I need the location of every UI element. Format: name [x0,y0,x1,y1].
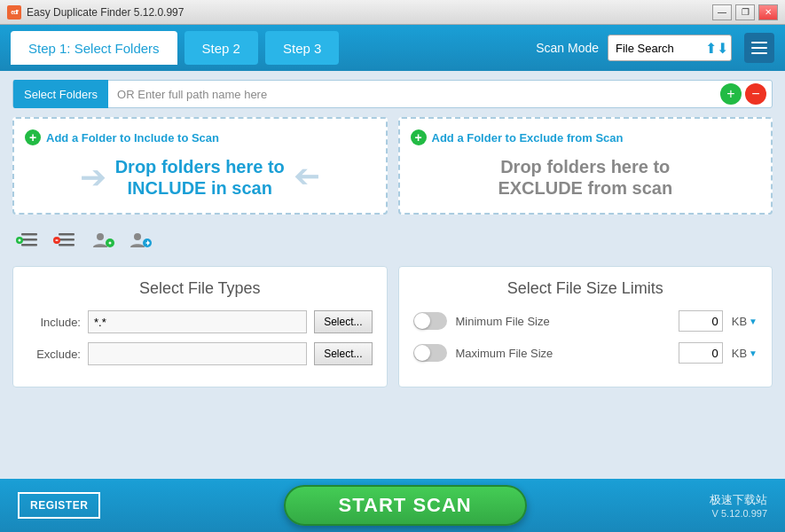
add-list-icon [16,231,41,250]
file-types-panel: Select File Types Include: Select... Exc… [12,266,388,387]
max-size-input[interactable] [679,342,723,364]
max-size-toggle[interactable] [413,344,447,362]
include-select-button[interactable]: Select... [314,310,372,333]
add-user-button[interactable] [87,227,119,254]
include-field-row: Include: Select... [27,310,373,333]
svg-rect-14 [109,241,111,244]
file-size-title: Select File Size Limits [413,279,758,298]
min-size-toggle-knob [414,313,430,329]
svg-rect-7 [59,239,75,241]
select-folders-button[interactable]: Select Folders [13,80,108,108]
svg-rect-5 [19,239,20,241]
remove-list-icon [53,231,78,250]
restore-button[interactable]: ❐ [735,4,755,20]
svg-rect-6 [59,233,75,236]
max-size-unit: KB ▼ [732,347,758,360]
import-user-button[interactable] [124,227,156,254]
path-remove-button[interactable]: − [745,83,766,105]
path-input-placeholder: OR Enter full path name here [108,88,720,101]
step1-tab[interactable]: Step 1: Select Folders [11,31,177,65]
menu-line-1 [751,42,767,43]
exclude-drop-zone[interactable]: + Add a Folder to Exclude from Scan Drop… [398,117,773,215]
file-size-panel: Select File Size Limits Minimum File Siz… [398,266,773,387]
remove-list-button[interactable] [50,227,82,254]
svg-rect-1 [21,239,37,241]
minimize-button[interactable]: — [712,4,732,20]
watermark-version: V 5.12.0.997 [710,508,767,519]
close-button[interactable]: ✕ [758,4,778,20]
scan-mode-label: Scan Mode [536,41,599,55]
drop-zones: + Add a Folder to Include to Scan ➔ Drop… [12,117,773,215]
min-size-unit: KB ▼ [732,315,758,328]
step2-tab[interactable]: Step 2 [184,31,258,65]
app-title: Easy Duplicate Finder 5.12.0.997 [27,6,184,19]
exclude-zone-header: + Add a Folder to Exclude from Scan [411,129,761,145]
title-bar-controls: — ❐ ✕ [712,4,778,20]
scan-mode-wrapper[interactable]: File Search Music Photos ⬆⬇ [608,35,732,61]
menu-line-3 [751,52,767,54]
menu-line-2 [751,47,767,49]
svg-rect-10 [56,239,59,241]
svg-rect-2 [21,244,37,246]
header: Step 1: Select Folders Step 2 Step 3 Sca… [0,25,785,71]
main-content: Select Folders OR Enter full path name h… [0,71,785,479]
exclude-drop-text: Drop folders here to EXCLUDE from scan [498,156,672,199]
svg-point-11 [97,233,104,240]
include-drop-text: Drop folders here to INCLUDE in scan [115,156,285,199]
exclude-input[interactable] [88,342,307,365]
svg-point-15 [134,233,141,240]
min-unit-arrow-icon[interactable]: ▼ [749,317,758,326]
import-user-icon [128,231,153,250]
path-add-button[interactable]: + [720,83,742,105]
include-label: Include: [27,316,81,329]
include-input[interactable] [88,310,307,333]
max-unit-arrow-icon[interactable]: ▼ [749,348,758,358]
watermark: 极速下载站 V 5.12.0.997 [710,492,767,519]
include-drop-zone[interactable]: + Add a Folder to Include to Scan ➔ Drop… [12,117,388,215]
include-left-arrow-icon: ➔ [80,159,106,196]
include-zone-body: ➔ Drop folders here to INCLUDE in scan ➔ [25,153,375,202]
min-size-row: Minimum File Size KB ▼ [413,310,758,332]
path-bar: Select Folders OR Enter full path name h… [12,80,773,108]
max-size-row: Maximum File Size KB ▼ [413,342,758,364]
min-size-toggle[interactable] [413,312,447,330]
include-zone-header: + Add a Folder to Include to Scan [25,129,375,145]
add-user-icon [90,231,115,250]
watermark-logo: 极速下载站 [710,492,767,508]
register-button[interactable]: REGISTER [18,492,100,519]
include-zone-icon: + [25,129,41,145]
title-bar-left: edf Easy Duplicate Finder 5.12.0.997 [7,5,184,20]
include-zone-title: Add a Folder to Include to Scan [46,131,219,145]
menu-icon[interactable] [744,33,774,63]
exclude-zone-title: Add a Folder to Exclude from Scan [432,131,624,145]
folder-toolbar [12,223,773,257]
add-list-button[interactable] [12,227,44,254]
footer: REGISTER START SCAN 极速下载站 V 5.12.0.997 [0,479,785,532]
scan-mode-select[interactable]: File Search Music Photos [608,35,732,61]
exclude-zone-icon: + [411,129,427,145]
title-bar: edf Easy Duplicate Finder 5.12.0.997 — ❐… [0,0,785,25]
svg-rect-0 [21,233,37,236]
max-size-toggle-knob [414,345,430,361]
file-types-title: Select File Types [27,279,373,298]
start-scan-button[interactable]: START SCAN [284,485,527,526]
app-icon: edf [7,5,21,20]
min-size-label: Minimum File Size [456,315,670,328]
exclude-label: Exclude: [27,348,81,361]
exclude-field-row: Exclude: Select... [27,342,373,365]
include-right-arrow-icon: ➔ [294,159,320,196]
lower-section: Select File Types Include: Select... Exc… [12,266,773,387]
exclude-zone-body: Drop folders here to EXCLUDE from scan [411,153,761,202]
svg-rect-8 [59,244,75,246]
exclude-select-button[interactable]: Select... [314,342,372,365]
step3-tab[interactable]: Step 3 [265,31,339,65]
min-size-input[interactable] [679,310,723,332]
max-size-label: Maximum File Size [456,347,670,360]
